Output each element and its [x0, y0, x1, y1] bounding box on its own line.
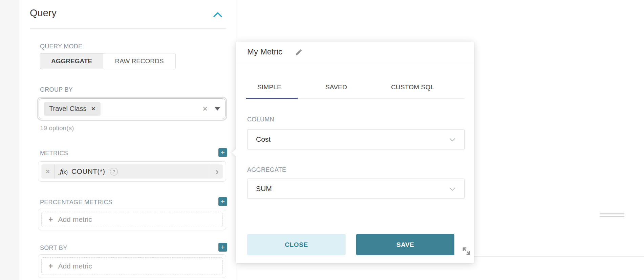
add-percentage-metric-dropzone[interactable]: + Add metric: [41, 212, 223, 227]
metric-edit-popover: My Metric SIMPLE SAVED CUSTOM SQL COLUMN…: [236, 42, 474, 263]
query-panel: Query QUERY MODE AGGREGATE RAW RECORDS G…: [19, 0, 237, 280]
active-tab-indicator: [246, 98, 298, 99]
clear-select-icon[interactable]: ×: [202, 103, 208, 114]
popover-header: My Metric: [236, 42, 474, 63]
query-section-title: Query: [30, 7, 57, 19]
column-select[interactable]: Cost: [247, 129, 465, 149]
save-button[interactable]: SAVE: [356, 234, 454, 255]
close-button[interactable]: CLOSE: [247, 234, 346, 255]
chevron-up-icon[interactable]: [213, 12, 222, 17]
popover-title: My Metric: [247, 47, 282, 56]
chevron-right-icon[interactable]: ›: [211, 165, 223, 178]
remove-metric-icon[interactable]: ×: [41, 168, 54, 176]
metrics-container: × ƒ(x) COUNT(*) ? ›: [38, 161, 226, 182]
popover-tabs: SIMPLE SAVED CUSTOM SQL: [246, 76, 465, 98]
resize-popover-icon[interactable]: [461, 246, 471, 256]
group-by-options-hint: 19 option(s): [40, 124, 74, 132]
column-label: COLUMN: [247, 116, 274, 123]
percentage-metrics-label: PERCENTAGE METRICS: [40, 199, 112, 206]
chevron-down-icon: [449, 187, 455, 191]
group-by-label: GROUP BY: [40, 86, 73, 93]
query-mode-aggregate-button[interactable]: AGGREGATE: [40, 53, 103, 69]
column-select-value: Cost: [256, 135, 271, 143]
chart-area-divider: [473, 256, 644, 257]
group-by-select[interactable]: Travel Class ✕ ×: [39, 98, 226, 119]
function-icon: ƒ(x): [59, 167, 68, 176]
metric-item[interactable]: × ƒ(x) COUNT(*) ? ›: [41, 164, 223, 179]
query-mode-label: QUERY MODE: [40, 43, 82, 50]
left-gutter: [0, 0, 19, 280]
remove-tag-icon[interactable]: ✕: [91, 106, 95, 112]
add-percentage-metric-button[interactable]: +: [218, 197, 227, 206]
query-mode-toggle: AGGREGATE RAW RECORDS: [40, 53, 176, 69]
tab-saved[interactable]: SAVED: [314, 84, 358, 91]
metric-name: COUNT(*): [71, 167, 105, 176]
pill-divider: [54, 164, 55, 179]
query-mode-raw-records-button[interactable]: RAW RECORDS: [103, 53, 176, 69]
chevron-down-icon: [449, 138, 455, 141]
add-metric-button[interactable]: +: [218, 148, 227, 157]
panel-resize-grip[interactable]: [600, 213, 624, 217]
section-divider: [30, 28, 226, 29]
group-by-tag[interactable]: Travel Class ✕: [44, 102, 101, 116]
aggregate-select[interactable]: SUM: [247, 179, 465, 199]
add-sort-by-button[interactable]: +: [218, 243, 227, 252]
sort-by-label: SORT BY: [40, 244, 67, 252]
add-metric-placeholder: Add metric: [58, 215, 92, 224]
metrics-label: METRICS: [40, 150, 68, 157]
tab-simple[interactable]: SIMPLE: [246, 84, 293, 91]
plus-icon: +: [48, 262, 53, 271]
add-sort-by-dropzone[interactable]: + Add metric: [41, 257, 223, 275]
group-by-tag-label: Travel Class: [49, 105, 86, 113]
plus-icon: +: [48, 215, 53, 224]
help-icon[interactable]: ?: [110, 168, 118, 176]
percentage-metrics-container: + Add metric: [38, 209, 226, 230]
tab-custom-sql[interactable]: CUSTOM SQL: [380, 84, 445, 91]
explore-screen: Query QUERY MODE AGGREGATE RAW RECORDS G…: [0, 0, 644, 280]
sort-by-container: + Add metric: [38, 254, 226, 278]
aggregate-label: AGGREGATE: [247, 166, 286, 173]
aggregate-select-value: SUM: [256, 185, 272, 193]
add-metric-placeholder: Add metric: [58, 262, 92, 270]
edit-title-pencil-icon[interactable]: [295, 48, 303, 56]
caret-down-icon[interactable]: [215, 107, 220, 113]
